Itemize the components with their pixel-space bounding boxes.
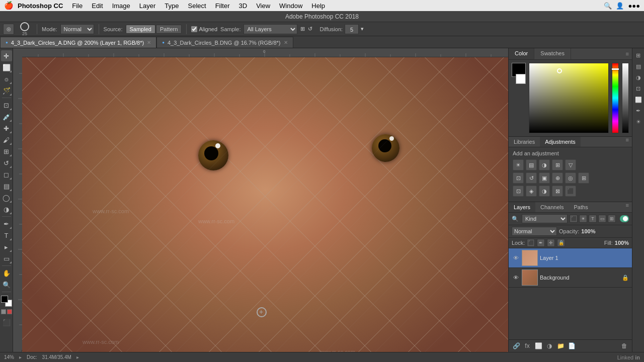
threshold-adj[interactable]: ◑ bbox=[539, 186, 550, 197]
right-toolbar-icon-3[interactable]: ◑ bbox=[633, 72, 643, 82]
layer-row-background[interactable]: 👁 Background 🔒 bbox=[509, 268, 632, 288]
eyedropper-tool[interactable]: 💉 bbox=[1, 111, 12, 122]
lock-all-btn[interactable]: 🔒 bbox=[557, 239, 565, 247]
pen-tool[interactable]: ✒ bbox=[1, 218, 12, 229]
levels-adj[interactable]: ▤ bbox=[526, 159, 537, 170]
lock-pixels-btn[interactable]: ⬛ bbox=[527, 239, 535, 247]
brightness-slider[interactable] bbox=[622, 63, 629, 133]
menu-filter[interactable]: Filter bbox=[211, 1, 234, 11]
dodge-tool[interactable]: ◑ bbox=[1, 204, 12, 215]
photo-filter-adj[interactable]: ⊕ bbox=[552, 172, 563, 184]
layer1-visibility-toggle[interactable]: 👁 bbox=[512, 254, 520, 262]
brush-size-control[interactable]: 25 bbox=[17, 22, 32, 36]
screen-mode-btn[interactable]: ⬛ bbox=[1, 317, 12, 328]
source-sampled-button[interactable]: Sampled bbox=[126, 25, 155, 34]
tab-document-2[interactable]: ● 4_3_Dark_Circles_B.DNG @ 16.7% (RGB/8*… bbox=[156, 37, 293, 48]
search-icon[interactable]: 🔍 bbox=[604, 2, 612, 10]
layer-kind-select[interactable]: Kind Name Effect Mode Attribute Color Sm… bbox=[522, 214, 568, 223]
color-field[interactable] bbox=[529, 63, 609, 133]
quick-mask-on[interactable] bbox=[7, 309, 12, 314]
status-bar-arrow[interactable]: ▸ bbox=[19, 354, 22, 360]
tab-adjustments[interactable]: Adjustments bbox=[540, 137, 581, 147]
tab-color[interactable]: Color bbox=[509, 48, 534, 59]
menu-select[interactable]: Select bbox=[184, 1, 210, 11]
menu-file[interactable]: File bbox=[68, 1, 87, 11]
color-panel-collapse[interactable]: ≡ bbox=[626, 51, 629, 57]
stamp-tool[interactable]: ⊞ bbox=[1, 146, 12, 157]
blend-mode-select[interactable]: Normal Dissolve Multiply Screen Overlay bbox=[512, 227, 557, 236]
right-toolbar-icon-5[interactable]: ⬜ bbox=[633, 95, 643, 105]
add-mask-btn[interactable]: ⬜ bbox=[534, 341, 543, 350]
layer-filter-toggle[interactable] bbox=[620, 215, 629, 222]
tab-close-1[interactable]: ✕ bbox=[147, 40, 151, 45]
lasso-tool[interactable]: ⌾ bbox=[1, 73, 12, 84]
layer-row-layer1[interactable]: 👁 Layer 1 bbox=[509, 248, 632, 268]
posterize-adj[interactable]: ◈ bbox=[526, 186, 537, 197]
layer-style-btn[interactable]: fx bbox=[523, 341, 532, 350]
diffusion-dropdown-icon[interactable]: ▾ bbox=[361, 26, 364, 32]
menu-3d[interactable]: 3D bbox=[235, 1, 252, 11]
tab-close-2[interactable]: ✕ bbox=[284, 40, 288, 45]
gradient-map-adj[interactable]: ⊠ bbox=[552, 186, 563, 197]
opacity-value[interactable]: 100% bbox=[581, 228, 595, 234]
layers-panel-options[interactable]: ≡ bbox=[626, 202, 632, 212]
eraser-tool[interactable]: ◻ bbox=[1, 169, 12, 180]
tab-swatches[interactable]: Swatches bbox=[534, 48, 571, 59]
menu-view[interactable]: View bbox=[252, 1, 274, 11]
channel-mixer-adj[interactable]: ◎ bbox=[565, 172, 576, 184]
tool-preset-picker[interactable]: ◎ bbox=[3, 24, 14, 35]
filter-smart-icon[interactable]: ⊞ bbox=[608, 215, 616, 223]
new-group-btn[interactable]: 📁 bbox=[556, 341, 565, 350]
new-layer-btn[interactable]: 📄 bbox=[567, 341, 576, 350]
hue-saturation-adj[interactable]: ⊡ bbox=[513, 172, 524, 184]
history-brush-tool[interactable]: ↺ bbox=[1, 157, 12, 168]
quick-select-tool[interactable]: 🪄 bbox=[1, 85, 12, 96]
tab-paths[interactable]: Paths bbox=[569, 202, 593, 212]
color-balance-adj[interactable]: ↺ bbox=[526, 172, 537, 184]
link-layers-btn[interactable]: 🔗 bbox=[512, 341, 521, 350]
right-toolbar-icon-4[interactable]: ⊡ bbox=[633, 83, 643, 94]
right-toolbar-icon-2[interactable]: ▤ bbox=[633, 61, 643, 71]
menu-window[interactable]: Window bbox=[275, 1, 306, 11]
hue-slider[interactable] bbox=[612, 63, 619, 133]
invert-adj[interactable]: ⊡ bbox=[513, 186, 524, 197]
delete-layer-btn[interactable]: 🗑 bbox=[620, 341, 629, 350]
right-toolbar-icon-7[interactable]: ☀ bbox=[633, 117, 643, 127]
apple-menu[interactable]: 🍎 bbox=[4, 1, 14, 10]
doc-size-arrow[interactable]: ▸ bbox=[76, 354, 79, 360]
blur-tool[interactable]: ◯ bbox=[1, 192, 12, 203]
aligned-checkbox[interactable] bbox=[191, 26, 197, 32]
menu-type[interactable]: Type bbox=[160, 1, 183, 11]
type-tool[interactable]: T bbox=[1, 230, 12, 241]
fill-value[interactable]: 100% bbox=[615, 240, 629, 246]
mode-select[interactable]: Normal Replace Multiply bbox=[60, 24, 94, 34]
curves-adj[interactable]: ◑ bbox=[539, 159, 550, 170]
path-select-tool[interactable]: ▸ bbox=[1, 241, 12, 252]
filter-type-icon[interactable]: T bbox=[589, 215, 597, 223]
menu-help[interactable]: Help bbox=[307, 1, 329, 11]
menu-edit[interactable]: Edit bbox=[88, 1, 107, 11]
tab-layers[interactable]: Layers bbox=[509, 202, 535, 212]
crop-tool[interactable]: ⊡ bbox=[1, 100, 12, 111]
marquee-tool[interactable]: ⬜ bbox=[1, 62, 12, 73]
adj-panel-options[interactable]: ≡ bbox=[626, 137, 632, 147]
foreground-background-colors[interactable] bbox=[1, 296, 12, 307]
move-tool[interactable]: ✛ bbox=[1, 50, 12, 61]
lock-artboards-btn[interactable]: ✛ bbox=[547, 239, 555, 247]
filter-shape-icon[interactable]: ▭ bbox=[598, 215, 606, 223]
brightness-contrast-adj[interactable]: ☀ bbox=[513, 159, 524, 170]
selective-color-adj[interactable]: ⬛ bbox=[565, 186, 576, 197]
black-white-adj[interactable]: ▣ bbox=[539, 172, 550, 184]
canvas-area[interactable]: 0 bbox=[13, 48, 508, 352]
lock-position-btn[interactable]: ✒ bbox=[537, 239, 545, 247]
tab-channels[interactable]: Channels bbox=[535, 202, 569, 212]
exposure-adj[interactable]: ⊞ bbox=[552, 159, 563, 170]
source-pattern-button[interactable]: Pattern bbox=[156, 25, 182, 34]
sample-icon[interactable]: ⊞ bbox=[300, 26, 305, 32]
filter-pixel-icon[interactable]: ⬛ bbox=[570, 215, 578, 223]
menu-layer[interactable]: Layer bbox=[135, 1, 160, 11]
zoom-tool[interactable]: 🔍 bbox=[1, 279, 12, 290]
vibrance-adj[interactable]: ▽ bbox=[565, 159, 576, 170]
sample-refresh-icon[interactable]: ↺ bbox=[308, 26, 312, 32]
foreground-color[interactable] bbox=[1, 296, 8, 303]
